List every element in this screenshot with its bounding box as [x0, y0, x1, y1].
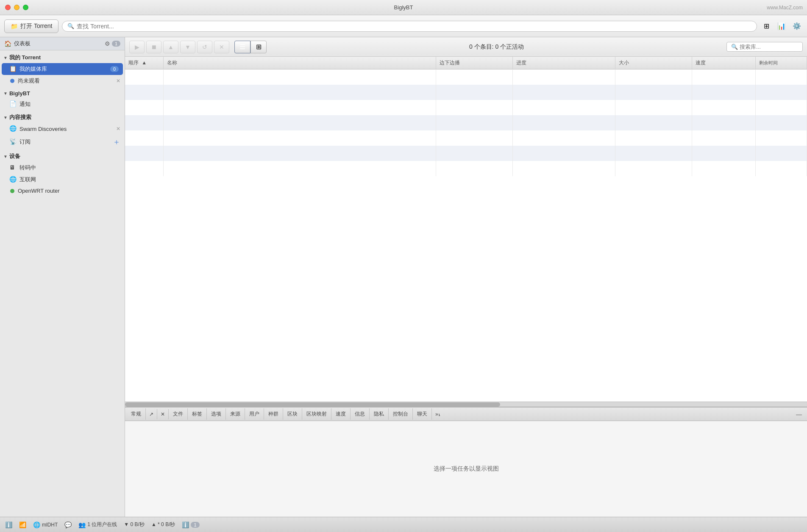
dashboard-badge: 1: [112, 41, 120, 47]
table-row[interactable]: [125, 161, 807, 176]
sidebar-item-openwrt[interactable]: OpenWRT router: [0, 186, 125, 196]
tab-general[interactable]: 常规: [127, 408, 146, 420]
stop-button[interactable]: ⏹: [146, 41, 161, 53]
sidebar-item-unwatched[interactable]: 尚未观看 ✕: [0, 75, 125, 87]
status-chat[interactable]: 💬: [64, 521, 72, 528]
tab-users[interactable]: 用户: [245, 408, 264, 420]
subscriptions-add-icon[interactable]: ＋: [113, 137, 120, 147]
tab-console[interactable]: 控制台: [389, 408, 413, 420]
mldht-icon: 🌐: [33, 521, 40, 528]
tab-options[interactable]: 选项: [207, 408, 226, 420]
grid-view-button[interactable]: ⊞: [250, 41, 267, 53]
col-name[interactable]: 名称: [163, 57, 436, 69]
dashboard-icon: 🏠: [4, 40, 11, 47]
view-icon-button[interactable]: ⊞: [760, 20, 772, 32]
bottom-panel: 常规 ↗ ✕ 文件 标签 选项 来源 用户 种群 区块 区块映射 速度 信息 隐…: [125, 407, 807, 517]
swarm-discoveries-close-icon[interactable]: ✕: [116, 126, 120, 132]
col-time[interactable]: 剩余时间: [756, 57, 807, 69]
tab-tags[interactable]: 标签: [188, 408, 207, 420]
tab-block-map[interactable]: 区块映射: [302, 408, 331, 420]
status-text: 0 个条目: 0 个正活动: [268, 43, 725, 51]
my-torrent-section-header[interactable]: ▼ 我的 Torrent: [0, 50, 125, 63]
table-row[interactable]: [125, 100, 807, 115]
scroll-thumb[interactable]: [125, 402, 500, 407]
subscriptions-label: 订阅: [19, 138, 111, 146]
dashboard-gear-icon[interactable]: ⚙: [105, 40, 110, 47]
tab-icon-2[interactable]: ✕: [157, 409, 169, 419]
col-speed[interactable]: 速度: [692, 57, 756, 69]
table-row[interactable]: [125, 85, 807, 100]
col-progress[interactable]: 进度: [513, 57, 615, 69]
torrent-table: 顺序 ▲ 名称 边下边播 进度 大小 速度 剩余时间: [125, 57, 807, 402]
up-button[interactable]: ▲: [163, 41, 178, 53]
window-controls[interactable]: [5, 5, 28, 10]
tab-info[interactable]: 信息: [351, 408, 370, 420]
status-mldht[interactable]: 🌐 mlDHT: [33, 521, 58, 528]
sidebar-item-swarm-discoveries[interactable]: 🌐 Swarm Discoveries ✕: [0, 123, 125, 135]
devices-section-title: 设备: [9, 152, 20, 160]
sidebar-item-my-library[interactable]: 📋 我的媒体库 0: [2, 63, 123, 75]
col-size[interactable]: 大小: [615, 57, 692, 69]
tab-privacy[interactable]: 隐私: [370, 408, 389, 420]
down-button[interactable]: ▼: [180, 41, 195, 53]
col-order[interactable]: 顺序 ▲: [125, 57, 163, 69]
swarm-discoveries-label: Swarm Discoveries: [19, 126, 114, 132]
table-row[interactable]: [125, 130, 807, 146]
status-wifi[interactable]: 📶: [19, 521, 26, 528]
list-view-button[interactable]: ☰: [234, 41, 250, 53]
minimize-button[interactable]: [14, 5, 19, 10]
delete-button[interactable]: ✕: [214, 41, 229, 53]
main-area: 🏠 仪表板 ⚙ 1 ▼ 我的 Torrent 📋 我的媒体库 0 尚未观看 ✕ …: [0, 37, 807, 517]
open-torrent-button[interactable]: 📁 打开 Torrent: [4, 19, 58, 33]
biglybt-section-header[interactable]: ▼ BiglyBT: [0, 87, 125, 98]
table-row[interactable]: [125, 69, 807, 85]
tab-chat[interactable]: 聊天: [413, 408, 432, 420]
search-library-wrapper[interactable]: 🔍: [726, 42, 803, 52]
openwrt-label: OpenWRT router: [18, 188, 120, 194]
more-tabs-button[interactable]: »₁: [432, 409, 444, 419]
horizontal-scrollbar[interactable]: [125, 402, 807, 407]
tab-speed[interactable]: 速度: [331, 408, 351, 420]
search-torrent-input[interactable]: [77, 23, 751, 30]
play-button[interactable]: ▶: [129, 41, 145, 53]
tab-files[interactable]: 文件: [169, 408, 188, 420]
content-search-section-title: 内容搜索: [9, 114, 31, 121]
unwatched-close-icon[interactable]: ✕: [116, 78, 120, 84]
sidebar-item-internet[interactable]: 🌐 互联网: [0, 174, 125, 186]
search-icon: 🔍: [67, 23, 74, 29]
maximize-button[interactable]: [23, 5, 28, 10]
sidebar-item-notifications[interactable]: 📄 通知: [0, 98, 125, 110]
info-icon: ℹ️: [5, 521, 12, 528]
users-online-label: 1 位用户在线: [87, 521, 117, 528]
chart-icon-button[interactable]: 📊: [776, 20, 788, 32]
tab-icon-1[interactable]: ↗: [146, 409, 157, 419]
search-library-input[interactable]: [740, 44, 798, 50]
devices-section-header[interactable]: ▼ 设备: [0, 149, 125, 162]
upload-speed-label: ▲ * 0 B/秒: [151, 521, 175, 528]
my-torrent-triangle-icon: ▼: [3, 55, 8, 60]
status-info[interactable]: ℹ️: [5, 521, 12, 528]
status-upload: ▲ * 0 B/秒: [151, 521, 175, 528]
sidebar-item-transcoding[interactable]: 🖥 转码中: [0, 162, 125, 174]
tab-blocks[interactable]: 区块: [283, 408, 302, 420]
my-torrent-section-title: 我的 Torrent: [9, 54, 41, 61]
my-library-label: 我的媒体库: [19, 65, 110, 73]
table-row[interactable]: [125, 146, 807, 161]
col-sidebarplay[interactable]: 边下边播: [436, 57, 513, 69]
status-info-badge[interactable]: ℹ️ 1: [182, 521, 199, 528]
content-search-section-header[interactable]: ▼ 内容搜索: [0, 110, 125, 123]
close-button[interactable]: [5, 5, 11, 10]
internet-label: 互联网: [19, 176, 120, 183]
table-row[interactable]: [125, 115, 807, 130]
sidebar-item-subscriptions[interactable]: 📡 订阅 ＋: [0, 135, 125, 149]
tab-swarm[interactable]: 种群: [264, 408, 283, 420]
settings-icon-button[interactable]: ⚙️: [791, 20, 803, 32]
refresh-button[interactable]: ↺: [197, 41, 212, 53]
tab-sources[interactable]: 来源: [226, 408, 245, 420]
my-library-badge: 0: [110, 66, 119, 72]
collapse-button[interactable]: —: [793, 409, 805, 419]
biglybt-section-title: BiglyBT: [9, 90, 30, 97]
dashboard-row[interactable]: 🏠 仪表板 ⚙ 1: [0, 37, 125, 50]
search-torrent-wrapper[interactable]: 🔍: [62, 21, 757, 32]
unwatched-dot-icon: [10, 79, 14, 83]
